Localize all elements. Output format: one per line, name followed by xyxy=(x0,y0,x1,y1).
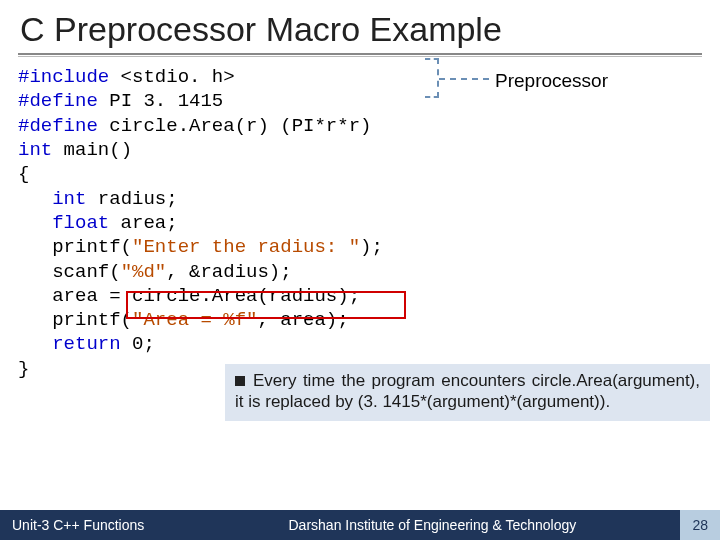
string-literal: "Enter the radius: " xyxy=(132,236,360,258)
code-text: printf( xyxy=(18,236,132,258)
code-text: } xyxy=(18,358,29,380)
code-text: 0; xyxy=(121,333,155,355)
note-box: Every time the program encounters circle… xyxy=(225,364,710,421)
code-block: #include <stdio. h> #define PI 3. 1415 #… xyxy=(0,65,720,381)
code-text: area; xyxy=(109,212,177,234)
footer: Unit-3 C++ Functions Darshan Institute o… xyxy=(0,510,720,540)
code-text: <stdio. h> xyxy=(109,66,234,88)
kw-float: float xyxy=(18,212,109,234)
highlight-box xyxy=(126,291,406,319)
kw-define: #define xyxy=(18,115,98,137)
kw-include: #include xyxy=(18,66,109,88)
annotation-label: Preprocessor xyxy=(495,70,608,92)
code-text: circle.Area(r) (PI*r*r) xyxy=(98,115,372,137)
code-text: ); xyxy=(360,236,383,258)
string-literal: "%d" xyxy=(121,261,167,283)
bullet-icon xyxy=(235,376,245,386)
annotation-connector xyxy=(439,78,489,80)
kw-int: int xyxy=(18,188,86,210)
footer-institute: Darshan Institute of Engineering & Techn… xyxy=(144,517,680,533)
footer-unit: Unit-3 C++ Functions xyxy=(0,517,144,533)
code-text: { xyxy=(18,163,29,185)
kw-return: return xyxy=(18,333,121,355)
code-text: printf( xyxy=(18,309,132,331)
kw-int: int xyxy=(18,139,52,161)
slide-title: C Preprocessor Macro Example xyxy=(0,0,720,53)
code-text: main() xyxy=(52,139,132,161)
note-text: Every time the program encounters circle… xyxy=(235,371,700,411)
code-text: , &radius); xyxy=(166,261,291,283)
slide-number: 28 xyxy=(680,510,720,540)
code-text: radius; xyxy=(86,188,177,210)
annotation-bracket xyxy=(425,58,439,98)
code-text: scanf( xyxy=(18,261,121,283)
code-text: PI 3. 1415 xyxy=(98,90,223,112)
title-underline xyxy=(18,53,702,57)
kw-define: #define xyxy=(18,90,98,112)
